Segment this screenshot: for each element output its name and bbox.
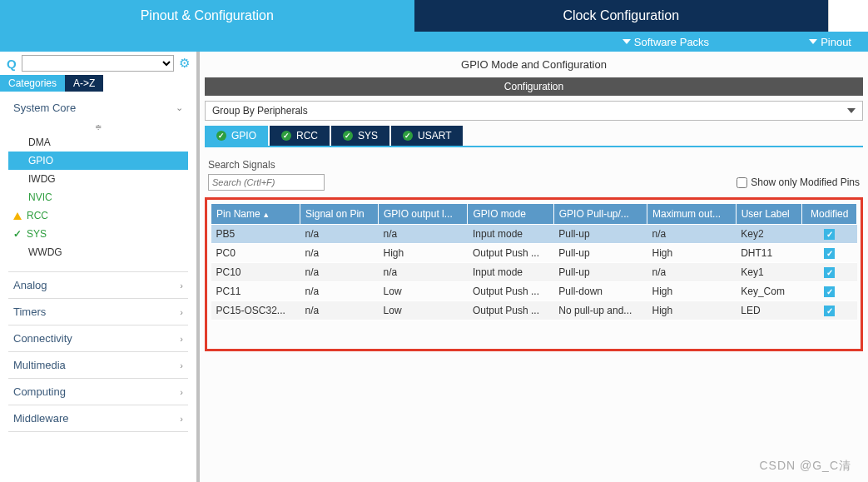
- cell-modified[interactable]: ✓: [802, 282, 857, 301]
- per-tab-usart-label: USART: [418, 130, 451, 142]
- cell-label[interactable]: LED: [736, 301, 802, 321]
- group-analog-label: Analog: [13, 279, 47, 291]
- per-tab-rcc[interactable]: ✓RCC: [270, 126, 330, 146]
- search-icon[interactable]: Q: [7, 57, 17, 71]
- swap-icon[interactable]: ≑: [8, 121, 188, 133]
- col-pull[interactable]: GPIO Pull-up/...: [553, 204, 647, 225]
- table-row[interactable]: PC11n/aLowOutput Push ...Pull-downHighKe…: [211, 282, 857, 301]
- software-packs-menu[interactable]: Software Packs: [606, 36, 726, 48]
- tree-item-iwdg[interactable]: IWDG: [8, 170, 188, 188]
- warning-icon: [13, 212, 22, 220]
- per-tab-sys[interactable]: ✓SYS: [331, 126, 389, 146]
- cell-mode[interactable]: Output Push ...: [468, 282, 553, 301]
- cell-modified[interactable]: ✓: [802, 301, 857, 321]
- tree-item-sys-label: SYS: [27, 228, 47, 240]
- cell-max[interactable]: n/a: [647, 225, 737, 244]
- cell-pin[interactable]: PC0: [211, 244, 300, 263]
- table-row[interactable]: PC0n/aHighOutput Push ...Pull-upHighDHT1…: [211, 244, 857, 263]
- cell-modified[interactable]: ✓: [802, 263, 857, 282]
- right-panel: GPIO Mode and Configuration Configuratio…: [200, 52, 868, 482]
- tab-categories[interactable]: Categories: [0, 75, 65, 92]
- group-timers-label: Timers: [13, 306, 46, 318]
- col-label[interactable]: User Label: [736, 204, 802, 225]
- cell-output[interactable]: High: [379, 244, 468, 263]
- cell-pull[interactable]: Pull-up: [553, 225, 647, 244]
- cell-max[interactable]: High: [647, 301, 737, 321]
- cell-label[interactable]: Key_Com: [736, 282, 802, 301]
- cell-signal[interactable]: n/a: [300, 225, 379, 244]
- cell-mode[interactable]: Output Push ...: [468, 301, 553, 321]
- cell-signal[interactable]: n/a: [300, 301, 379, 321]
- table-row[interactable]: PC10n/an/aInput modePull-upn/aKey1✓: [211, 263, 857, 282]
- cell-output[interactable]: Low: [379, 282, 468, 301]
- cell-pull[interactable]: Pull-up: [553, 244, 647, 263]
- tab-pinout-config[interactable]: Pinout & Configuration: [0, 0, 414, 32]
- cell-signal[interactable]: n/a: [300, 263, 379, 282]
- cell-pin[interactable]: PB5: [211, 225, 300, 244]
- group-computing[interactable]: Computing›: [8, 379, 188, 405]
- group-multimedia[interactable]: Multimedia›: [8, 352, 188, 378]
- chevron-down-icon: [809, 39, 817, 44]
- tree-item-wwdg[interactable]: WWDG: [8, 243, 188, 261]
- group-system-core[interactable]: System Core ⌄: [8, 95, 188, 121]
- tree-item-rcc[interactable]: RCC: [8, 206, 188, 225]
- group-middleware[interactable]: Middleware›: [8, 405, 188, 431]
- cell-output[interactable]: Low: [379, 301, 468, 321]
- cell-max[interactable]: High: [647, 244, 737, 263]
- tree-item-gpio[interactable]: GPIO: [8, 152, 188, 170]
- chevron-down-icon: [622, 39, 631, 44]
- tab-extra[interactable]: [828, 0, 868, 32]
- table-row[interactable]: PB5n/an/aInput modePull-upn/aKey2✓: [211, 225, 857, 244]
- per-tab-gpio[interactable]: ✓GPIO: [205, 126, 268, 146]
- peripheral-search-select[interactable]: [22, 55, 174, 72]
- tree-item-nvic[interactable]: NVIC: [8, 188, 188, 206]
- tree-item-dma[interactable]: DMA: [8, 133, 188, 152]
- cell-pin[interactable]: PC10: [211, 263, 300, 282]
- cell-max[interactable]: High: [647, 282, 737, 301]
- cell-label[interactable]: Key2: [736, 225, 802, 244]
- table-row[interactable]: PC15-OSC32...n/aLowOutput Push ...No pul…: [211, 301, 857, 321]
- cell-label[interactable]: Key1: [736, 263, 802, 282]
- cell-pull[interactable]: No pull-up and...: [553, 301, 647, 321]
- check-icon: ✓: [403, 131, 413, 141]
- col-signal[interactable]: Signal on Pin: [300, 204, 379, 225]
- per-tab-gpio-label: GPIO: [231, 130, 256, 142]
- col-mode[interactable]: GPIO mode: [468, 204, 553, 225]
- cell-max[interactable]: n/a: [647, 263, 737, 282]
- tab-clock-config[interactable]: Clock Configuration: [414, 0, 829, 32]
- per-tab-usart[interactable]: ✓USART: [391, 126, 463, 146]
- show-modified-checkbox[interactable]: Show only Modified Pins: [737, 176, 860, 188]
- col-max[interactable]: Maximum out...: [647, 204, 737, 225]
- cell-output[interactable]: n/a: [379, 263, 468, 282]
- cell-output[interactable]: n/a: [379, 225, 468, 244]
- group-by-dropdown[interactable]: Group By Peripherals: [205, 101, 863, 121]
- cell-label[interactable]: DHT11: [736, 244, 802, 263]
- tab-az[interactable]: A->Z: [65, 75, 103, 92]
- cell-modified[interactable]: ✓: [802, 225, 857, 244]
- chevron-right-icon: ›: [180, 334, 183, 344]
- col-output[interactable]: GPIO output l...: [379, 204, 468, 225]
- cell-modified[interactable]: ✓: [802, 244, 857, 263]
- chevron-down-icon: [847, 108, 856, 113]
- cell-mode[interactable]: Output Push ...: [468, 244, 553, 263]
- group-timers[interactable]: Timers›: [8, 299, 188, 325]
- pinout-menu[interactable]: Pinout: [792, 36, 868, 48]
- cell-mode[interactable]: Input mode: [468, 225, 553, 244]
- cell-pin[interactable]: PC11: [211, 282, 300, 301]
- cell-pin[interactable]: PC15-OSC32...: [211, 301, 300, 321]
- group-analog[interactable]: Analog›: [8, 272, 188, 298]
- check-icon: ✓: [343, 131, 353, 141]
- gear-icon[interactable]: ⚙: [179, 56, 190, 71]
- tree-item-sys[interactable]: ✓ SYS: [8, 225, 188, 243]
- cell-signal[interactable]: n/a: [300, 244, 379, 263]
- group-connectivity[interactable]: Connectivity›: [8, 325, 188, 351]
- cell-pull[interactable]: Pull-down: [553, 282, 647, 301]
- show-modified-input[interactable]: [737, 177, 747, 188]
- col-pin-name[interactable]: Pin Name: [211, 204, 300, 225]
- cell-pull[interactable]: Pull-up: [553, 263, 647, 282]
- search-signals-input[interactable]: [208, 174, 325, 191]
- cell-mode[interactable]: Input mode: [468, 263, 553, 282]
- cell-signal[interactable]: n/a: [300, 282, 379, 301]
- peripheral-tree: System Core ⌄ ≑ DMA GPIO IWDG NVIC RCC ✓…: [0, 92, 196, 482]
- col-modified[interactable]: Modified: [802, 204, 857, 225]
